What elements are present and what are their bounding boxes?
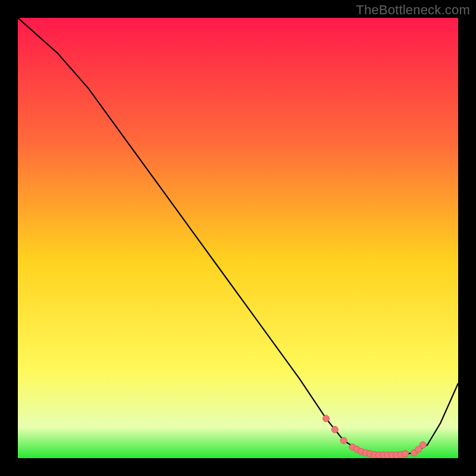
marker-point <box>340 437 347 444</box>
watermark-text: TheBottleneck.com <box>356 2 470 18</box>
marker-point <box>419 441 426 448</box>
chart-frame <box>18 18 458 458</box>
chart-svg <box>18 18 458 458</box>
marker-point <box>331 426 338 433</box>
marker-point <box>323 415 330 422</box>
marker-point <box>402 450 409 457</box>
